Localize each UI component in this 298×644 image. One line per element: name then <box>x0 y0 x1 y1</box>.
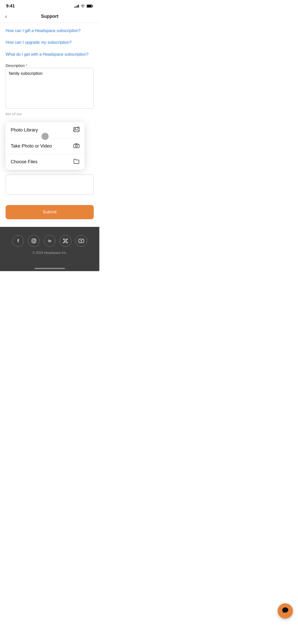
attachment-area <box>0 174 99 195</box>
svg-point-11 <box>35 239 35 240</box>
instagram-icon[interactable] <box>28 235 40 247</box>
youtube-icon[interactable] <box>75 235 87 247</box>
submit-button[interactable]: Submit <box>6 205 94 219</box>
status-time: 9:41 <box>6 4 15 9</box>
svg-point-7 <box>75 145 77 147</box>
battery-icon <box>87 4 93 8</box>
photo-library-icon <box>73 127 79 134</box>
footer-copyright: © 2024 Headspace Inc. <box>5 251 94 255</box>
svg-point-8 <box>78 145 78 145</box>
folder-icon <box>73 159 79 165</box>
faq-link-2[interactable]: How can I upgrade my subscription? <box>6 40 94 45</box>
svg-rect-2 <box>92 6 93 7</box>
svg-point-4 <box>75 128 76 129</box>
social-icons: f in <box>5 235 94 247</box>
description-label: Description* <box>6 63 94 68</box>
description-input[interactable]: family subscription <box>6 68 94 109</box>
file-picker-dropdown: Photo Library Take Photo or Video <box>6 122 85 170</box>
facebook-icon[interactable]: f <box>12 235 24 247</box>
status-icons <box>74 4 93 8</box>
svg-rect-1 <box>87 5 92 7</box>
content-area: How can I gift a Headspace subscription?… <box>0 23 99 110</box>
wifi-icon <box>80 5 85 8</box>
status-bar: 9:41 <box>0 0 99 11</box>
linkedin-icon[interactable]: in <box>44 235 56 247</box>
take-photo-option[interactable]: Take Photo or Video <box>6 138 85 154</box>
faq-link-3[interactable]: What do I get with a Headspace subscript… <box>6 52 94 57</box>
camera-icon <box>73 143 79 149</box>
drag-handle <box>42 133 49 140</box>
signal-icon <box>74 5 79 8</box>
home-bar <box>34 268 65 269</box>
choose-files-option[interactable]: Choose Files <box>6 154 85 170</box>
back-button[interactable]: ‹ <box>5 13 7 20</box>
svg-point-10 <box>33 240 35 242</box>
home-indicator <box>0 265 99 271</box>
background-text: ber of our <box>0 112 99 116</box>
page-title: Support <box>41 14 59 19</box>
nav-header: ‹ Support <box>0 11 99 23</box>
faq-link-1[interactable]: How can I gift a Headspace subscription? <box>6 28 94 34</box>
submit-section: Submit <box>0 195 99 227</box>
twitter-icon[interactable] <box>60 235 71 247</box>
attachment-box <box>6 174 94 195</box>
svg-rect-6 <box>74 144 79 148</box>
footer: f in <box>0 227 99 265</box>
